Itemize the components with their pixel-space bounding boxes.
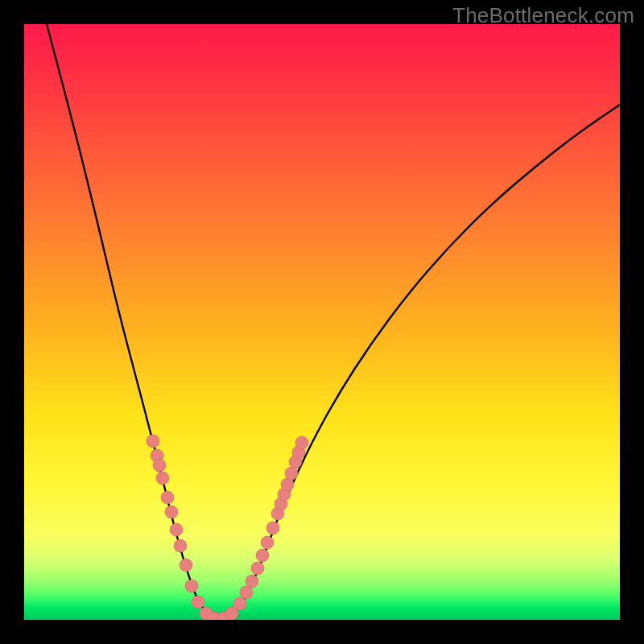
left-branch-curve [47, 24, 219, 620]
highlight-dots-group [147, 435, 308, 620]
highlight-dot [233, 597, 246, 610]
highlight-dot [161, 491, 174, 504]
chart-svg [24, 24, 620, 620]
highlight-dot [285, 467, 298, 480]
outer-frame: TheBottleneck.com [0, 0, 644, 644]
highlight-dot [261, 536, 274, 549]
highlight-dot [147, 435, 159, 448]
plot-area [24, 24, 620, 620]
highlight-dot [192, 596, 204, 609]
right-branch-curve [219, 105, 620, 620]
highlight-dot [251, 562, 264, 575]
highlight-dot [185, 580, 198, 592]
highlight-dot [266, 522, 279, 535]
highlight-dot [240, 586, 253, 599]
highlight-dot [170, 523, 183, 536]
highlight-dot [156, 472, 169, 485]
highlight-dot [256, 549, 269, 562]
highlight-dot [180, 559, 192, 572]
highlight-dot [174, 539, 187, 552]
highlight-dot [153, 459, 166, 472]
highlight-dot [246, 575, 258, 588]
highlight-dot [281, 478, 294, 491]
highlight-dot [165, 506, 178, 518]
highlight-dot [295, 436, 308, 449]
